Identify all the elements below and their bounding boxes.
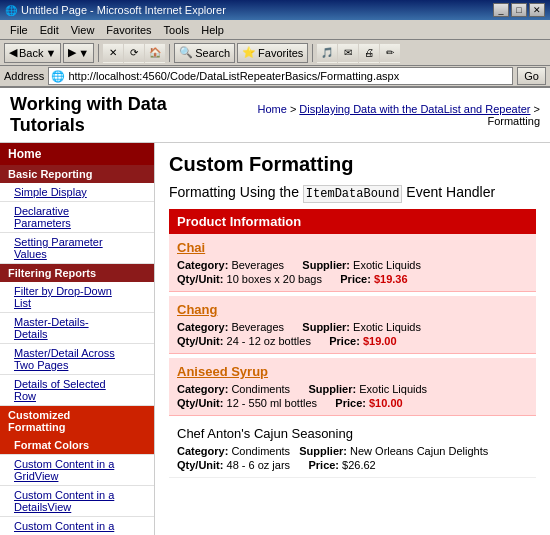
product-price-aniseed: $10.00	[369, 397, 403, 409]
supplier-label: Supplier:	[302, 259, 350, 271]
category-label: Category:	[177, 259, 228, 271]
sidebar-item-custom-content-3[interactable]: Custom Content in a	[0, 517, 154, 535]
page-header: Working with Data Tutorials Home > Displ…	[0, 88, 550, 143]
address-input-display: 🌐 http://localhost:4560/Code/DataListRep…	[48, 67, 513, 85]
menu-help[interactable]: Help	[195, 22, 230, 38]
forward-dropdown-icon: ▼	[78, 47, 89, 59]
qty-label: Qty/Unit:	[177, 273, 223, 285]
product-category-chai: Beverages	[231, 259, 284, 271]
qty-label-aniseed: Qty/Unit:	[177, 397, 223, 409]
refresh-button[interactable]: ⟳	[124, 43, 144, 63]
supplier-label-chef: Supplier:	[299, 445, 347, 457]
product-details-chang-row2: Qty/Unit: 24 - 12 oz bottles Price: $19.…	[177, 335, 528, 347]
forward-icon: ▶	[68, 46, 76, 59]
subtitle-code: ItemDataBound	[303, 185, 403, 203]
category-label-chang: Category:	[177, 321, 228, 333]
back-icon: ◀	[9, 46, 17, 59]
sidebar-group-basic-reporting: Basic Reporting	[0, 165, 154, 183]
price-label-chang: Price:	[329, 335, 360, 347]
sidebar-item-custom-content-detailsview[interactable]: Custom Content in aDetailsView	[0, 486, 154, 517]
sidebar-item-master-detail-two-pages[interactable]: Master/Detail AcrossTwo Pages	[0, 344, 154, 375]
category-label-aniseed: Category:	[177, 383, 228, 395]
sidebar-home[interactable]: Home	[0, 143, 154, 165]
menu-file[interactable]: File	[4, 22, 34, 38]
product-row-chef-anton: Chef Anton's Cajun Seasoning Category: C…	[169, 420, 536, 478]
sidebar-item-custom-content-gridview[interactable]: Custom Content in aGridView	[0, 455, 154, 486]
menu-view[interactable]: View	[65, 22, 101, 38]
stop-button[interactable]: ✕	[103, 43, 123, 63]
price-label: Price:	[340, 273, 371, 285]
minimize-button[interactable]: _	[493, 3, 509, 17]
section-subtitle: Formatting Using the ItemDataBound Event…	[169, 184, 536, 201]
product-details-aniseed-row1: Category: Condiments Supplier: Exotic Li…	[177, 383, 528, 395]
toolbar: ◀ Back ▼ ▶ ▼ ✕ ⟳ 🏠 🔍 Search ⭐ Favorites …	[0, 40, 550, 66]
product-category-chef: Condiments	[231, 445, 290, 457]
sidebar-group-customized-formatting: CustomizedFormatting	[0, 406, 154, 436]
favorites-icon: ⭐	[242, 46, 256, 59]
sidebar-group-filtering-reports: Filtering Reports	[0, 264, 154, 282]
breadcrumb-home[interactable]: Home	[257, 103, 286, 115]
subtitle-part2: Event Handler	[402, 184, 495, 200]
page-wrapper: Working with Data Tutorials Home > Displ…	[0, 88, 550, 535]
main-content: Custom Formatting Formatting Using the I…	[155, 143, 550, 535]
toolbar-separator-3	[312, 44, 313, 62]
subtitle-part1: Formatting Using the	[169, 184, 303, 200]
product-name-chang[interactable]: Chang	[177, 302, 528, 317]
menu-bar: File Edit View Favorites Tools Help	[0, 20, 550, 40]
home-nav-button[interactable]: 🏠	[145, 43, 165, 63]
product-price-chang: $19.00	[363, 335, 397, 347]
close-button[interactable]: ✕	[529, 3, 545, 17]
product-details-chef-anton-row1: Category: Condiments Supplier: New Orlea…	[177, 445, 528, 457]
product-category-chang: Beverages	[231, 321, 284, 333]
title-bar: 🌐 Untitled Page - Microsoft Internet Exp…	[0, 0, 550, 20]
breadcrumb-link[interactable]: Displaying Data with the DataList and Re…	[299, 103, 530, 115]
price-label-aniseed: Price:	[335, 397, 366, 409]
category-label-chef: Category:	[177, 445, 228, 457]
sidebar-item-setting-parameter-values[interactable]: Setting ParameterValues	[0, 233, 154, 264]
product-price-chai: $19.36	[374, 273, 408, 285]
menu-favorites[interactable]: Favorites	[100, 22, 157, 38]
page-body: Home Basic Reporting Simple Display Decl…	[0, 143, 550, 535]
sidebar-item-details-selected-row[interactable]: Details of SelectedRow	[0, 375, 154, 406]
qty-label-chef: Qty/Unit:	[177, 459, 223, 471]
toolbar-separator-1	[98, 44, 99, 62]
product-details-chang-row1: Category: Beverages Supplier: Exotic Liq…	[177, 321, 528, 333]
search-button[interactable]: 🔍 Search	[174, 43, 235, 63]
product-section-header: Product Information	[169, 209, 536, 234]
toolbar-separator-2	[169, 44, 170, 62]
ie-icon: 🌐	[5, 5, 17, 16]
product-details-chef-anton-row2: Qty/Unit: 48 - 6 oz jars Price: $26.62	[177, 459, 528, 471]
sidebar-item-declarative-parameters[interactable]: DeclarativeParameters	[0, 202, 154, 233]
breadcrumb-sep1: >	[290, 103, 299, 115]
sidebar-item-master-details[interactable]: Master-Details-Details	[0, 313, 154, 344]
window-title: Untitled Page - Microsoft Internet Explo…	[21, 4, 226, 16]
forward-button[interactable]: ▶ ▼	[63, 43, 94, 63]
product-row-aniseed: Aniseed Syrup Category: Condiments Suppl…	[169, 358, 536, 416]
sidebar-item-simple-display[interactable]: Simple Display	[0, 183, 154, 202]
address-icon: 🌐	[51, 70, 65, 83]
maximize-button[interactable]: □	[511, 3, 527, 17]
product-details-aniseed-row2: Qty/Unit: 12 - 550 ml bottles Price: $10…	[177, 397, 528, 409]
product-name-chef-anton[interactable]: Chef Anton's Cajun Seasoning	[177, 426, 528, 441]
supplier-label-aniseed: Supplier:	[308, 383, 356, 395]
menu-edit[interactable]: Edit	[34, 22, 65, 38]
menu-tools[interactable]: Tools	[158, 22, 196, 38]
page-title: Custom Formatting	[169, 153, 536, 176]
mail-button[interactable]: ✉	[338, 43, 358, 63]
product-qty-aniseed: 12 - 550 ml bottles	[227, 397, 318, 409]
product-row-chai: Chai Category: Beverages Supplier: Exoti…	[169, 234, 536, 292]
edit-button[interactable]: ✏	[380, 43, 400, 63]
back-button[interactable]: ◀ Back ▼	[4, 43, 61, 63]
product-name-chai[interactable]: Chai	[177, 240, 528, 255]
favorites-button[interactable]: ⭐ Favorites	[237, 43, 308, 63]
print-button[interactable]: 🖨	[359, 43, 379, 63]
sidebar-item-filter-drop-down[interactable]: Filter by Drop-DownList	[0, 282, 154, 313]
product-qty-chai: 10 boxes x 20 bags	[227, 273, 322, 285]
go-button[interactable]: Go	[517, 67, 546, 85]
product-name-aniseed[interactable]: Aniseed Syrup	[177, 364, 528, 379]
product-qty-chef: 48 - 6 oz jars	[227, 459, 291, 471]
search-icon: 🔍	[179, 46, 193, 59]
address-label: Address	[4, 70, 44, 82]
sidebar-item-format-colors[interactable]: Format Colors	[0, 436, 154, 455]
media-button[interactable]: 🎵	[317, 43, 337, 63]
